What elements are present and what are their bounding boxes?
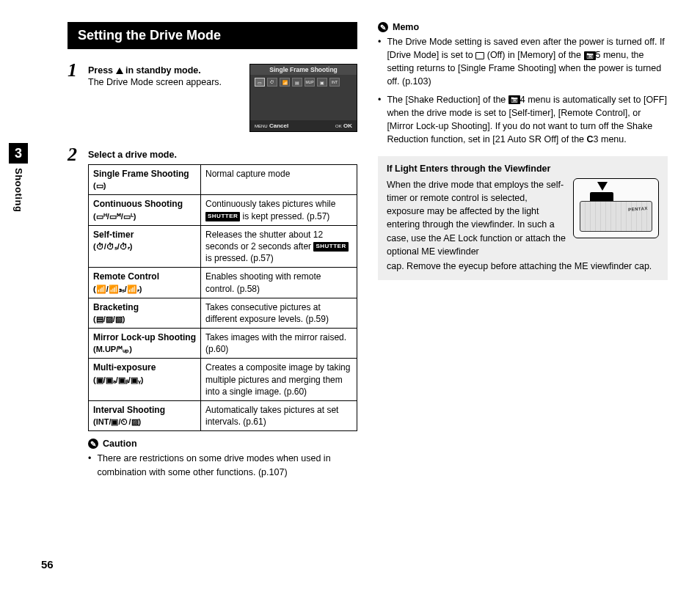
- info-box-title: If Light Enters through the Viewfinder: [387, 164, 659, 174]
- section-title: Setting the Drive Mode: [68, 22, 357, 49]
- memo-icon: ✎: [378, 22, 388, 32]
- table-row: Continuous Shooting(▭ᴴ/▭ᴹ/▭ᴸ) Continuous…: [89, 195, 357, 225]
- page-number: 56: [41, 558, 54, 571]
- rect-icon: [475, 52, 484, 59]
- table-row: Self-timer(⏱/⏱ₛ/⏱ᵣ) Releases the shutter…: [89, 225, 357, 268]
- viewfinder-info-box: If Light Enters through the Viewfinder W…: [378, 156, 668, 280]
- caution-list: There are restrictions on some drive mod…: [88, 452, 357, 478]
- right-column: ✎ Memo The Drive Mode setting is saved e…: [378, 22, 668, 486]
- drive-mode-table: Single Frame Shooting(▭) Normal capture …: [88, 164, 357, 431]
- memo-list: The Drive Mode setting is saved even aft…: [378, 35, 668, 146]
- lcd-ok: OK OK: [335, 122, 352, 129]
- info-box-text-cont: cap. Remove the eyecup before attaching …: [387, 260, 659, 273]
- lcd-cancel: MENU Cancel: [255, 122, 288, 129]
- lcd-mode-icon: MUP: [305, 78, 315, 87]
- table-row: Remote Control(📶/📶₃ₛ/📶ᵣ) Enables shootin…: [89, 268, 357, 298]
- info-box-text: When the drive mode that employs the sel…: [387, 178, 566, 258]
- down-arrow-icon: [597, 182, 608, 191]
- camera-menu-icon: [584, 51, 596, 60]
- camera-menu-icon: [508, 95, 520, 104]
- shutter-icon: SHUTTER: [205, 212, 240, 221]
- step-2: 2 Select a drive mode. Single Frame Shoo…: [68, 145, 357, 483]
- lcd-mode-icon: ▤: [292, 78, 302, 87]
- step-2-title: Select a drive mode.: [88, 150, 357, 160]
- step-number: 1: [68, 61, 88, 80]
- chapter-number: 3: [9, 143, 28, 164]
- caution-icon: ✎: [88, 439, 98, 449]
- lcd-mode-icon: ▣: [317, 78, 327, 87]
- lcd-mode-icon: ⏱: [267, 78, 277, 87]
- caution-heading: ✎ Caution: [88, 439, 357, 449]
- drive-mode-screen: Single Frame Shooting ▭ ⏱ 📶 ▤ MUP ▣ INT …: [249, 64, 357, 132]
- step-1: 1 Press in standby mode. The Drive Mode …: [68, 61, 357, 132]
- chapter-tab: 3 Shooting: [9, 143, 28, 212]
- step-number: 2: [68, 145, 88, 164]
- lcd-title: Single Frame Shooting: [250, 65, 357, 75]
- shutter-icon: SHUTTER: [313, 242, 348, 252]
- list-item: There are restrictions on some drive mod…: [88, 452, 357, 478]
- step-1-desc: The Drive Mode screen appears.: [88, 77, 222, 87]
- table-row: Single Frame Shooting(▭) Normal capture …: [89, 165, 357, 195]
- lcd-mode-icon: INT: [329, 78, 340, 87]
- up-arrow-icon: [116, 67, 123, 74]
- lcd-mode-icon: 📶: [280, 78, 290, 87]
- left-column: Setting the Drive Mode 1 Press in standb…: [68, 22, 357, 486]
- memo-heading: ✎ Memo: [378, 22, 668, 32]
- table-row: Multi-exposure(▣/▣ₐ/▣ᵦ/▣ᵧ) Creates a com…: [89, 359, 357, 401]
- list-item: The Drive Mode setting is saved even aft…: [378, 35, 668, 89]
- step-1-title: Press in standby mode.: [88, 65, 222, 76]
- table-row: Interval Shooting(INT/▣/⏲/▨) Automatical…: [89, 401, 357, 431]
- lcd-mode-icon: ▭: [255, 78, 265, 87]
- viewfinder-illustration: PENTAX: [573, 178, 659, 238]
- list-item: The [Shake Reduction] of the 4 menu is a…: [378, 93, 668, 147]
- chapter-label: Shooting: [13, 168, 24, 212]
- table-row: Mirror Lock-up Shooting(M.UP/ᴹᵤₚ) Takes …: [89, 329, 357, 359]
- table-row: Bracketing(▤/▨/▧) Takes consecutive pict…: [89, 298, 357, 328]
